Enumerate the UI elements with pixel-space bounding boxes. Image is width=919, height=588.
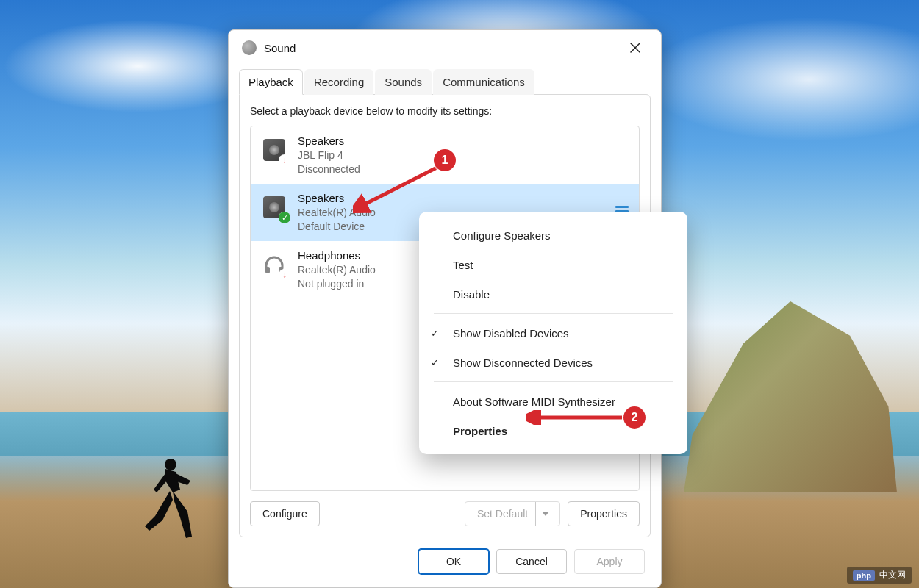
watermark-text: 中文网: [879, 569, 906, 581]
wallpaper-rock: [684, 301, 897, 492]
apply-button[interactable]: Apply: [574, 549, 645, 574]
cancel-button[interactable]: Cancel: [496, 549, 567, 574]
menu-show-disconnected[interactable]: ✓Show Disconnected Devices: [419, 348, 687, 377]
configure-button[interactable]: Configure: [250, 501, 320, 526]
device-subtitle: JBL Flip 4: [298, 148, 360, 162]
ok-button[interactable]: OK: [418, 549, 489, 574]
menu-separator: [434, 381, 673, 382]
titlebar: Sound: [229, 30, 661, 65]
tab-communications[interactable]: Communications: [433, 69, 534, 95]
device-name: Headphones: [298, 248, 376, 263]
set-default-button[interactable]: Set Default: [465, 501, 560, 526]
tabs: Playback Recording Sounds Communications: [229, 68, 661, 94]
svg-rect-1: [265, 267, 270, 273]
check-icon: ✓: [431, 357, 439, 368]
sound-icon: [242, 40, 257, 55]
watermark: php 中文网: [847, 567, 912, 584]
watermark-badge: php: [853, 570, 875, 581]
menu-configure-speakers[interactable]: Configure Speakers: [419, 220, 687, 250]
close-button[interactable]: [620, 36, 651, 60]
check-icon: ✓: [431, 328, 439, 339]
instruction-text: Select a playback device below to modify…: [250, 105, 640, 117]
dialog-footer: OK Cancel Apply: [229, 537, 661, 587]
device-subtitle: Realtek(R) Audio: [298, 263, 376, 277]
set-default-label: Set Default: [477, 508, 528, 520]
device-name: Speakers: [298, 134, 360, 148]
svg-point-0: [165, 459, 176, 470]
device-status: Not plugged in: [298, 277, 376, 291]
set-default-dropdown[interactable]: [535, 502, 555, 526]
status-badge-disconnected-icon: ↓: [279, 154, 290, 166]
status-badge-disconnected-icon: ↓: [279, 269, 290, 281]
menu-test[interactable]: Test: [419, 250, 687, 279]
device-status: Disconnected: [298, 162, 360, 176]
annotation-callout-1: 1: [434, 149, 456, 171]
tab-playback[interactable]: Playback: [239, 69, 303, 95]
headphone-icon: ↓: [261, 251, 287, 278]
desktop-wallpaper: Sound Playback Recording Sounds Communic…: [0, 0, 919, 588]
status-badge-default-icon: ✓: [279, 212, 290, 223]
annotation-arrow-2: [526, 410, 629, 425]
speaker-icon: ↓: [261, 137, 287, 163]
tab-recording[interactable]: Recording: [304, 69, 373, 95]
wallpaper-runner-silhouette: [143, 456, 195, 544]
close-icon: [630, 43, 640, 53]
window-title: Sound: [264, 42, 296, 54]
menu-show-disabled[interactable]: ✓Show Disabled Devices: [419, 318, 687, 348]
panel-buttons: Configure Set Default Properties: [250, 501, 640, 526]
properties-button[interactable]: Properties: [568, 501, 640, 526]
menu-separator: [434, 313, 673, 314]
menu-disable[interactable]: Disable: [419, 279, 687, 309]
svg-line-3: [360, 165, 441, 207]
tab-sounds[interactable]: Sounds: [375, 69, 432, 95]
annotation-callout-2: 2: [623, 406, 646, 429]
chevron-down-icon: [542, 512, 549, 516]
device-status: Default Device: [298, 220, 376, 234]
speaker-icon: ✓: [261, 194, 287, 220]
